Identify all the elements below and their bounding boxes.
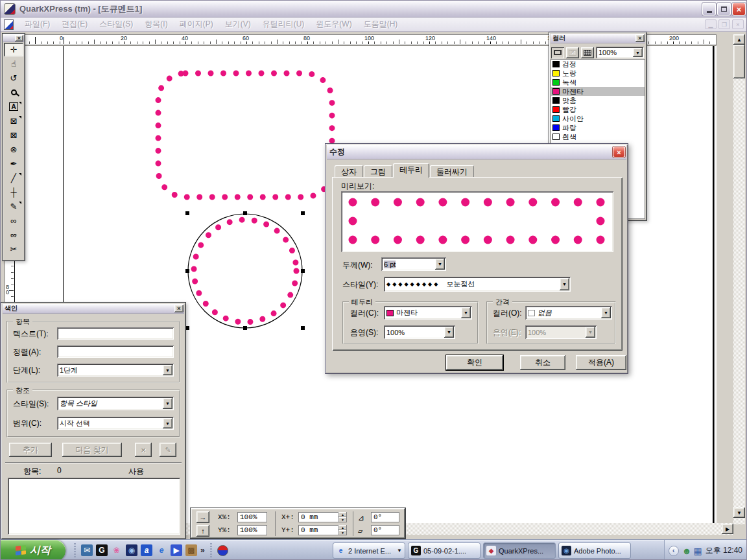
orthogonal-line-tool[interactable]: ┼	[4, 185, 23, 199]
oval-picture-box-tool[interactable]: ⊗	[4, 143, 23, 156]
content-tool[interactable]: ☝	[4, 57, 23, 71]
colors-palette-titlebar[interactable]: 컬러 ×	[551, 34, 645, 43]
color-item-1[interactable]: 노랑	[551, 69, 645, 78]
spin-down-icon[interactable]: ▼	[338, 517, 347, 522]
x-scale-field[interactable]: 100%	[237, 512, 267, 522]
selection-handle[interactable]	[185, 211, 189, 215]
internet-explorer-icon[interactable]: e	[156, 544, 167, 556]
rotation-tool[interactable]: ↺	[4, 71, 23, 85]
style-combo[interactable]: ◆◆◆◆◆◆◆◆◆ 모눈점선 ▼	[384, 277, 571, 292]
taskbar-task-1[interactable]: G05-09-02-1....	[408, 542, 480, 559]
delete-entry-button[interactable]: ×	[135, 443, 152, 457]
vertical-scrollbar[interactable]: ▲ ▼	[733, 34, 745, 524]
reference-style-combo[interactable]: 항목 스타일 ▼	[57, 397, 174, 410]
chevron-down-icon[interactable]: ▼	[461, 307, 471, 318]
background-mode-button[interactable]	[581, 47, 594, 58]
flip-horizontal-button[interactable]: →	[196, 511, 209, 523]
tab-2[interactable]: 테두리	[393, 163, 429, 178]
minimize-button[interactable]	[702, 3, 716, 16]
chevron-down-icon[interactable]: ▼	[560, 278, 569, 290]
network-icon[interactable]: ▦	[693, 546, 702, 556]
mdi-close-button[interactable]: ×	[732, 19, 744, 29]
menu-item-8[interactable]: 도움말(H)	[358, 18, 404, 31]
level-combo[interactable]: 1단계 ▼	[57, 364, 174, 377]
bezier-picture-box-tool[interactable]: ✒	[4, 157, 23, 170]
gap-shade-combo[interactable]: 100% ▼	[525, 325, 597, 339]
tray-chevron-icon[interactable]: ‹	[669, 546, 679, 556]
start-button[interactable]: 시작	[1, 540, 65, 560]
text-path-tool[interactable]: ✎	[4, 200, 23, 213]
edit-entry-button[interactable]: ✎	[160, 443, 176, 457]
selection-handle[interactable]	[243, 211, 247, 215]
close-button[interactable]: ×	[732, 3, 746, 16]
dotted-rounded-rectangle-box[interactable]	[158, 73, 332, 197]
ok-button[interactable]: 확인	[446, 355, 503, 370]
x-offset-stepper[interactable]: ▲▼	[338, 512, 347, 522]
user-status-icon[interactable]: ☻	[682, 546, 692, 556]
oval-box-outline[interactable]	[188, 214, 302, 328]
chevron-down-icon[interactable]: ▼	[163, 418, 172, 428]
frame-mode-button[interactable]	[551, 47, 564, 58]
spin-up-icon[interactable]: ▲	[338, 525, 347, 530]
acrobat-icon[interactable]: a	[141, 544, 152, 556]
flip-vertical-button[interactable]: ↑	[196, 525, 209, 537]
task-group-chevron-icon[interactable]: ▼	[397, 548, 402, 554]
gap-color-combo[interactable]: 없음 ▼	[525, 306, 612, 320]
scope-combo[interactable]: 시작 선택 ▼	[57, 417, 174, 430]
y-offset-field[interactable]: 0 mm	[298, 525, 338, 535]
text-input[interactable]	[57, 327, 174, 340]
taskbar-task-3[interactable]: ◉Adobe Photo...	[558, 542, 631, 559]
spin-up-icon[interactable]: ▲	[338, 512, 347, 517]
taskbar-task-0[interactable]: e2 Internet E...▼	[333, 542, 405, 559]
item-tool[interactable]: ✛	[4, 43, 23, 56]
outlook-express-icon[interactable]: ✉	[81, 544, 93, 556]
menu-item-0[interactable]: 파일(F)	[19, 18, 56, 31]
index-palette-titlebar[interactable]: 색인 ×	[3, 304, 184, 314]
linking-tool[interactable]: ∞	[4, 214, 23, 228]
menu-item-2[interactable]: 스타일(S)	[93, 18, 139, 31]
menu-item-3[interactable]: 항목(I)	[139, 18, 173, 31]
chevron-down-icon[interactable]: ▼	[163, 365, 172, 375]
toolbar-grip[interactable]	[210, 543, 212, 557]
flower-icon[interactable]: ❀	[111, 544, 123, 556]
modify-dialog-close-icon[interactable]: ×	[613, 146, 625, 158]
cancel-button[interactable]: 취소	[520, 355, 565, 370]
color-item-7[interactable]: 파랑	[551, 123, 645, 132]
tool-palette-titlebar[interactable]: ×	[3, 34, 24, 42]
contents-mode-button[interactable]	[566, 47, 579, 58]
menu-item-5[interactable]: 보기(V)	[219, 18, 257, 31]
colors-palette-close-icon[interactable]: ×	[635, 34, 645, 42]
color-item-3[interactable]: 마젠타	[551, 87, 645, 96]
x-offset-field[interactable]: 0 mm	[298, 512, 338, 522]
sort-input[interactable]	[57, 345, 174, 358]
y-scale-field[interactable]: 100%	[237, 525, 267, 535]
unlinking-tool[interactable]: ∞	[4, 228, 23, 242]
color-item-4[interactable]: 맞춤	[551, 96, 645, 105]
frame-shade-combo[interactable]: 100% ▼	[384, 325, 455, 339]
taskbar-task-2[interactable]: ◆QuarkXPres...	[483, 542, 556, 559]
color-item-0[interactable]: 검정	[551, 60, 645, 69]
selection-handle[interactable]	[301, 269, 305, 273]
rotation-field[interactable]: 0°	[371, 512, 399, 522]
shade-combo[interactable]: 100% ▼	[596, 47, 644, 58]
find-next-button[interactable]: 다음 찾기	[62, 443, 122, 457]
frame-color-combo[interactable]: 마젠타 ▼	[384, 306, 472, 320]
tab-3[interactable]: 둘러싸기	[430, 165, 474, 178]
y-offset-stepper[interactable]: ▲▼	[338, 525, 347, 535]
spin-down-icon[interactable]: ▼	[338, 530, 347, 535]
color-item-5[interactable]: 빨강	[551, 105, 645, 114]
overflow-chevron-icon[interactable]: »	[200, 546, 205, 555]
chevron-down-icon[interactable]: ▼	[163, 398, 172, 409]
mdi-restore-button[interactable]: ❐	[718, 19, 730, 29]
selection-handle[interactable]	[243, 326, 247, 330]
scroll-up-button[interactable]: ▲	[733, 34, 745, 45]
windows-media-player-icon[interactable]: ▶	[171, 544, 182, 556]
width-combo[interactable]: 6 pt ▼	[381, 257, 446, 271]
scroll-down-button[interactable]: ▼	[733, 508, 745, 518]
line-tool[interactable]: ╱	[4, 171, 23, 185]
quarkxpress-icon[interactable]: G	[96, 544, 108, 556]
picture-icon[interactable]: ▩	[185, 544, 197, 556]
menu-item-1[interactable]: 편집(E)	[56, 18, 93, 31]
selection-handle[interactable]	[301, 326, 305, 330]
color-item-6[interactable]: 사이안	[551, 114, 645, 123]
